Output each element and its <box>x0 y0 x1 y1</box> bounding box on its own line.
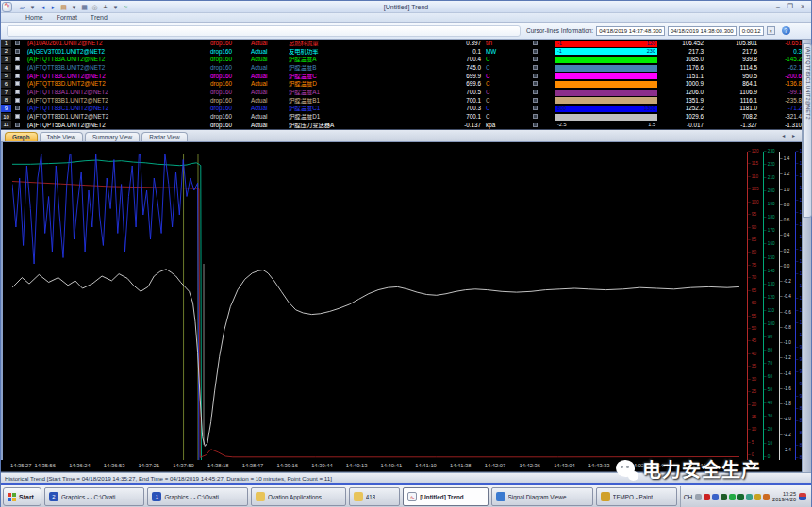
time-label: 14:37:50 <box>173 463 194 468</box>
taskbar-button[interactable]: 2Graphics - - C:\Ovati... <box>44 487 144 506</box>
start-button[interactable]: Start <box>3 487 41 506</box>
signal-row[interactable]: 8(A)FTQTT83B1.UNIT2@NET2drop160Actual炉膛温… <box>1 96 811 105</box>
row-checkbox[interactable] <box>15 90 20 94</box>
signal-row[interactable]: 5(A)FTQTT83C.UNIT2@NET2drop160Actual炉膛温度… <box>1 73 811 81</box>
globe-tray-icon[interactable] <box>746 494 753 500</box>
time-label: 14:36:24 <box>69 463 91 468</box>
flag-tray-icon[interactable] <box>712 494 719 500</box>
trend-plot[interactable] <box>3 142 747 460</box>
scale-checkbox[interactable] <box>533 98 538 103</box>
cursor-span-field[interactable]: 0:00:12 <box>739 26 764 36</box>
orange-app-tray-icon[interactable] <box>763 494 770 500</box>
time-label: 14:38:47 <box>242 463 264 468</box>
scale-checkbox[interactable] <box>533 114 538 119</box>
row-checkbox-cell <box>11 74 24 79</box>
scale-checkbox[interactable] <box>533 106 538 110</box>
scale-bar-cell: -1230 <box>555 48 657 55</box>
scale-checkbox[interactable] <box>533 90 538 94</box>
cursor2-value: 950.5 <box>704 74 757 79</box>
taskbar-clock[interactable]: 13:25 2019/4/20 <box>772 491 796 503</box>
row-checkbox[interactable] <box>15 81 20 86</box>
scale-checkbox[interactable] <box>533 123 538 127</box>
scale-checkbox[interactable] <box>533 41 538 45</box>
scale-checkbox-cell <box>514 98 555 104</box>
signal-value: 0.1 <box>394 49 484 55</box>
time-label: 14:35:27 <box>10 463 32 468</box>
signal-row[interactable]: 10(A)FTQTT83D1.UNIT2@NET2drop160Actual炉膛… <box>1 113 811 122</box>
signal-row[interactable]: 9(A)FTQTT83C1.UNIT2@NET2drop160Actual炉膛温… <box>1 105 811 113</box>
row-checkbox[interactable] <box>15 106 20 110</box>
taskbar-button[interactable]: 418 <box>349 487 400 506</box>
signal-row[interactable]: 3(A)FTQTT83A.UNIT2@NET2drop160Actual炉膛温度… <box>1 56 811 64</box>
signal-row[interactable]: 1(A)10A02601.UNIT2@NET2drop160Actual总燃料流… <box>1 40 811 48</box>
taskbar-button[interactable]: ∿[Untitled] Trend <box>403 487 488 506</box>
red-app-tray-icon[interactable] <box>704 494 710 500</box>
row-number: 3 <box>1 56 11 64</box>
scale-checkbox[interactable] <box>533 74 538 78</box>
selected-signal-side-tab[interactable]: (A)FTQTT83C1.UNIT2@NET2 <box>803 43 812 218</box>
signal-value: 700.4 <box>394 57 484 62</box>
signal-row[interactable]: 2(A)GEV3T001.UNIT2@NET2drop160Actual发电机功… <box>1 48 811 57</box>
menu-home[interactable]: Home <box>25 14 43 21</box>
row-checkbox[interactable] <box>15 98 20 103</box>
axis-fuel[interactable]: 0510152025303540455055606570758085909510… <box>747 152 763 464</box>
desktop-flag-icon[interactable] <box>799 493 806 500</box>
row-checkbox[interactable] <box>15 65 20 70</box>
tab-summary-view[interactable]: Summary View <box>85 132 140 141</box>
scale-checkbox[interactable] <box>533 57 538 61</box>
signal-row[interactable]: 11(A)FTQPT56A.UNIT2@NET2drop160Actual炉膛压… <box>1 121 811 129</box>
help-icon[interactable]: ? <box>782 26 790 35</box>
close-button[interactable]: × <box>798 3 807 10</box>
tab-table-view[interactable]: Table View <box>40 132 83 141</box>
axis-tick: 30 <box>764 415 772 419</box>
axis-tick: -1.8 <box>780 402 791 407</box>
menu-trend[interactable]: Trend <box>91 14 108 21</box>
cursor-time-2-field[interactable]: 04/18/2019 14:38:00.300 <box>668 26 737 36</box>
row-checkbox[interactable] <box>15 41 20 45</box>
signal-mode: Actual <box>251 57 289 62</box>
row-checkbox[interactable] <box>15 49 20 54</box>
taskbar-button[interactable]: Ovation Applications <box>251 487 346 506</box>
axis-tick: -1.0 <box>780 341 791 346</box>
m-app-tray-icon[interactable] <box>737 494 744 500</box>
taskbar-button[interactable]: 1Graphics - - C:\Ovati... <box>147 487 247 506</box>
row-checkbox[interactable] <box>15 114 20 119</box>
axis-pressure[interactable]: -2.4-2.2-2.0-1.8-1.6-1.4-1.2-1.0-0.8-0.6… <box>779 152 795 464</box>
globe-icon <box>496 492 505 501</box>
trace-fuel-flow <box>12 182 739 458</box>
tab-radar-view[interactable]: Radar View <box>141 132 187 141</box>
signal-row[interactable]: 4(A)FTQTT83B.UNIT2@NET2drop160Actual炉膛温度… <box>1 64 811 73</box>
scale-bar-cell <box>555 65 657 72</box>
axis-tick: -2.0 <box>780 417 791 422</box>
cursor-time-1-field[interactable]: 04/18/2019 14:37:48.300 <box>596 26 665 36</box>
taskbar-button[interactable]: TEMPO - Paint <box>596 487 677 506</box>
scale-checkbox[interactable] <box>533 81 538 86</box>
signal-value: 700.3 <box>394 106 484 111</box>
time-label: 14:40:41 <box>381 463 403 468</box>
green-dot-tray-icon[interactable] <box>729 494 736 500</box>
maximize-button[interactable]: ❐ <box>786 3 795 10</box>
language-indicator[interactable]: CH <box>684 494 692 500</box>
row-checkbox[interactable] <box>15 57 20 61</box>
scale-checkbox[interactable] <box>533 65 538 70</box>
cursor-info-close-icon[interactable]: × <box>767 26 775 35</box>
axis-scroll-buttons[interactable]: ◂ ▸ <box>782 132 798 139</box>
minimize-button[interactable]: – <box>773 3 783 10</box>
scale-checkbox[interactable] <box>533 49 538 54</box>
taskbar-button[interactable]: Signal Diagram Viewe... <box>491 487 593 506</box>
row-checkbox[interactable] <box>15 74 20 78</box>
time-label: 14:35:56 <box>34 463 56 468</box>
shield-tray-icon[interactable] <box>721 494 727 500</box>
yellow-app-tray-icon[interactable] <box>754 494 761 500</box>
signal-row[interactable]: 7(A)FTQTT83A1.UNIT2@NET2drop160Actual炉膛温… <box>1 89 811 97</box>
row-checkbox[interactable] <box>15 123 20 127</box>
signal-mode: Actual <box>251 123 289 128</box>
paint-icon <box>601 492 610 501</box>
menu-format[interactable]: Format <box>57 14 77 21</box>
tab-graph[interactable]: Graph <box>5 132 38 141</box>
row-number: 4 <box>1 64 11 73</box>
folder-icon <box>256 492 265 501</box>
printer-tray-icon[interactable] <box>695 494 702 500</box>
signal-row[interactable]: 6(A)FTQTT83D.UNIT2@NET2drop160Actual炉膛温度… <box>1 80 811 89</box>
axis-power[interactable]: 0102030405060708090100110120130140150160… <box>763 152 779 464</box>
